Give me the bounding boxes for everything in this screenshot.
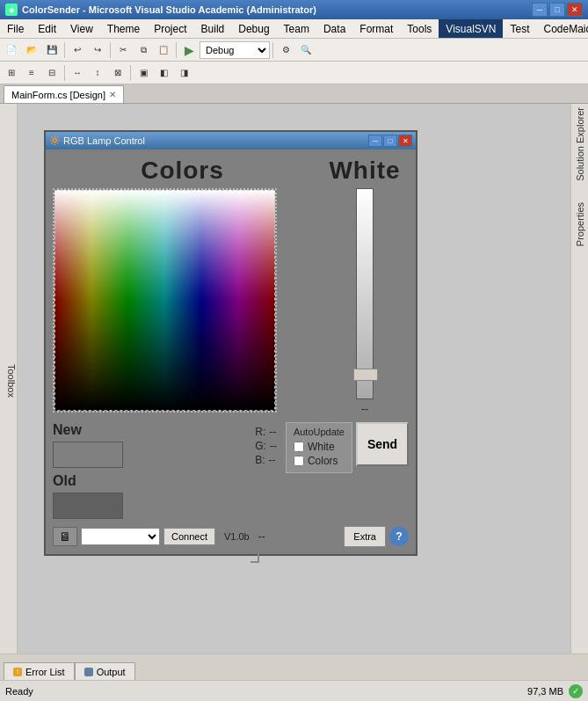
tb2-btn6[interactable]: ⊠ xyxy=(108,63,127,83)
rgb-b-label: B: xyxy=(255,454,265,466)
toolbox-panel[interactable]: Toolbox xyxy=(0,104,18,654)
status-right: 97,3 MB ✓ xyxy=(527,684,583,698)
white-checkbox[interactable] xyxy=(294,442,304,452)
dw-minimize[interactable]: ─ xyxy=(368,135,382,147)
tb2-btn4[interactable]: ↔ xyxy=(68,63,87,83)
status-ready: Ready xyxy=(5,686,520,697)
tab-mainform[interactable]: MainForm.cs [Design] ✕ xyxy=(4,85,124,103)
tab-area: MainForm.cs [Design] ✕ xyxy=(0,84,588,104)
minimize-button[interactable]: ─ xyxy=(532,3,548,17)
save-btn[interactable]: 💾 xyxy=(42,40,62,60)
tb2-btn3[interactable]: ⊟ xyxy=(42,63,62,83)
menu-view[interactable]: View xyxy=(63,19,100,38)
design-window-icon: 🔆 xyxy=(49,135,60,146)
toolbar-row-1: 📄 📂 💾 ↩ ↪ ✂ ⧉ 📋 ▶ Debug ⚙ 🔍 xyxy=(0,39,588,62)
undo-btn[interactable]: ↩ xyxy=(68,40,87,60)
white-section: White -- xyxy=(321,157,409,415)
rgb-r-label: R: xyxy=(255,426,265,438)
tb2-btn8[interactable]: ◧ xyxy=(154,63,173,83)
menu-tools[interactable]: Tools xyxy=(400,19,439,38)
resize-handle[interactable] xyxy=(250,554,259,563)
sep4 xyxy=(272,42,273,58)
new-project-btn[interactable]: 📄 xyxy=(2,40,21,60)
tb2-btn9[interactable]: ◨ xyxy=(174,63,193,83)
connect-button[interactable]: Connect xyxy=(163,528,215,545)
autoupdate-title: AutoUpdate xyxy=(294,427,345,437)
toolbox-label: Toolbox xyxy=(6,364,17,398)
right-panel: Solution Explorer Properties xyxy=(570,104,588,654)
design-window-controls: ─ □ ✕ xyxy=(368,135,412,147)
output-label: Output xyxy=(97,667,126,677)
tb2-btn7[interactable]: ▣ xyxy=(134,63,153,83)
colors-checkbox-label: Colors xyxy=(308,455,338,467)
dw-maximize[interactable]: □ xyxy=(383,135,397,147)
cut-btn[interactable]: ✂ xyxy=(113,40,133,60)
menu-test[interactable]: Test xyxy=(503,19,536,38)
sep2 xyxy=(110,42,111,58)
rgb-g-label: G: xyxy=(255,440,266,452)
misc-btn2[interactable]: 🔍 xyxy=(296,40,316,60)
properties-label[interactable]: Properties xyxy=(575,202,585,246)
rgb-section: R: -- G: -- B: -- xyxy=(255,426,277,468)
menu-project[interactable]: Project xyxy=(147,19,193,38)
menu-debug[interactable]: Debug xyxy=(231,19,276,38)
open-btn[interactable]: 📂 xyxy=(22,40,41,60)
design-window-title-bar: 🔆 RGB Lamp Control ─ □ ✕ xyxy=(46,132,416,150)
menu-visualsvn[interactable]: VisualSVN xyxy=(439,19,503,38)
form-top-row: Colors White -- xyxy=(53,157,409,415)
help-button[interactable]: ? xyxy=(389,527,409,546)
tab-close-btn[interactable]: ✕ xyxy=(109,90,116,99)
menu-build[interactable]: Build xyxy=(194,19,232,38)
window-title: ColorSender - Microsoft Visual Studio Ac… xyxy=(22,4,316,15)
sep5 xyxy=(64,65,65,81)
menu-team[interactable]: Team xyxy=(277,19,316,38)
tb2-btn1[interactable]: ⊞ xyxy=(2,63,21,83)
status-dash: -- xyxy=(258,530,265,543)
tab-label: MainForm.cs [Design] xyxy=(11,90,105,100)
white-title: White xyxy=(329,157,400,185)
version-label: V1.0b xyxy=(224,531,250,542)
misc-btn1[interactable]: ⚙ xyxy=(276,40,295,60)
port-select[interactable] xyxy=(81,528,160,545)
run-btn[interactable]: ▶ xyxy=(179,40,199,60)
menu-format[interactable]: Format xyxy=(352,19,400,38)
solution-explorer-label[interactable]: Solution Explorer xyxy=(575,107,585,181)
paste-btn[interactable]: 📋 xyxy=(154,40,173,60)
new-color-preview xyxy=(53,442,123,468)
window-controls: ─ □ ✕ xyxy=(532,3,583,17)
output-tab[interactable]: Output xyxy=(75,662,135,680)
debug-mode-select[interactable]: Debug xyxy=(200,41,270,59)
menu-edit[interactable]: Edit xyxy=(31,19,63,38)
send-button[interactable]: Send xyxy=(356,422,409,466)
bottom-tabs: ! Error List Output xyxy=(0,654,588,680)
tb2-btn2[interactable]: ≡ xyxy=(22,63,41,83)
close-button[interactable]: ✕ xyxy=(567,3,583,17)
white-checkbox-label: White xyxy=(308,441,335,453)
white-slider-track xyxy=(356,188,374,399)
form-footer: 🖥 Connect V1.0b -- Extra ? xyxy=(53,526,409,547)
maximize-button[interactable]: □ xyxy=(549,3,565,17)
copy-btn[interactable]: ⧉ xyxy=(134,40,153,60)
form-bottom-row: New Old R: -- G: -- xyxy=(53,422,409,519)
sep1 xyxy=(64,42,65,58)
white-slider-thumb[interactable] xyxy=(353,369,378,381)
memory-label: 97,3 MB xyxy=(527,686,563,697)
colors-section: Colors xyxy=(53,157,312,413)
error-list-icon: ! xyxy=(13,668,22,676)
new-label: New xyxy=(53,422,237,438)
menu-file[interactable]: File xyxy=(0,19,31,38)
colors-checkbox[interactable] xyxy=(294,456,304,466)
title-bar: ◈ ColorSender - Microsoft Visual Studio … xyxy=(0,0,588,19)
dw-close[interactable]: ✕ xyxy=(398,135,412,147)
main-area: Toolbox 🔆 RGB Lamp Control ─ □ ✕ xyxy=(0,104,588,654)
error-list-tab[interactable]: ! Error List xyxy=(4,662,75,680)
menu-bar: File Edit View Theme Project Build Debug… xyxy=(0,19,588,39)
color-picker-canvas[interactable] xyxy=(53,188,277,413)
tb2-btn5[interactable]: ↕ xyxy=(88,63,107,83)
menu-codemaid[interactable]: CodeMaid xyxy=(537,19,589,38)
menu-theme[interactable]: Theme xyxy=(100,19,147,38)
extra-button[interactable]: Extra xyxy=(344,526,386,547)
rgb-b-row: B: -- xyxy=(255,454,277,466)
redo-btn[interactable]: ↪ xyxy=(88,40,107,60)
menu-data[interactable]: Data xyxy=(316,19,352,38)
